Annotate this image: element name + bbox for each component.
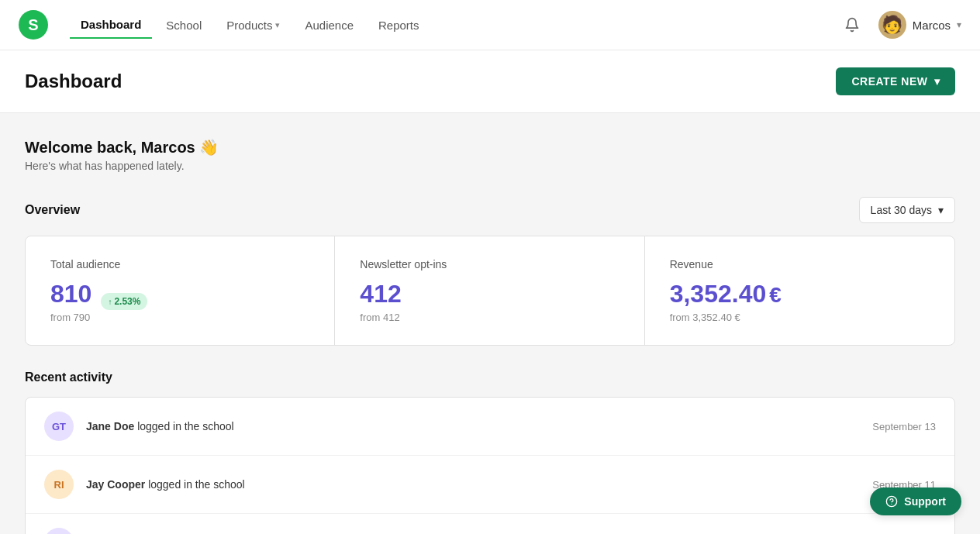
- avatar-gt-3: GT: [44, 528, 74, 534]
- avatar: 🧑: [878, 11, 906, 39]
- avatar-ri-2: RI: [44, 470, 74, 499]
- welcome-section: Welcome back, Marcos 👋 Here's what has h…: [25, 138, 955, 172]
- nav-right: 🧑 Marcos ▾: [838, 11, 961, 39]
- overview-header: Overview Last 30 days ▾: [25, 197, 955, 223]
- main-header: Dashboard CREATE NEW ▾: [0, 50, 980, 113]
- support-button[interactable]: Support: [870, 487, 961, 515]
- nav-dashboard[interactable]: Dashboard: [70, 12, 152, 39]
- create-new-button[interactable]: CREATE NEW ▾: [836, 67, 955, 95]
- user-chevron-icon: ▾: [957, 19, 961, 30]
- support-icon: [885, 495, 898, 508]
- period-chevron-icon: ▾: [938, 204, 944, 216]
- nav-links: Dashboard School Products ▾ Audience Rep…: [70, 12, 838, 39]
- page-title: Dashboard: [25, 71, 122, 92]
- navbar: S Dashboard School Products ▾ Audience R…: [0, 0, 980, 50]
- activity-item: GT Jane Doe logged in the school Septemb…: [26, 398, 954, 456]
- stat-newsletter: Newsletter opt-ins 412 from 412: [335, 236, 644, 345]
- stats-grid: Total audience 810 from 790 ↑ 2.53% News…: [25, 236, 955, 346]
- overview-title: Overview: [25, 203, 80, 217]
- welcome-subtitle: Here's what has happened lately.: [25, 160, 955, 172]
- nav-reports[interactable]: Reports: [368, 12, 430, 38]
- nav-school[interactable]: School: [155, 12, 212, 38]
- logo[interactable]: S: [19, 10, 48, 40]
- trend-up-icon: ↑: [108, 298, 112, 306]
- user-name: Marcos: [913, 19, 951, 32]
- nav-products[interactable]: Products ▾: [216, 12, 291, 38]
- products-chevron-icon: ▾: [275, 20, 280, 30]
- avatar-gt-1: GT: [44, 412, 74, 441]
- nav-audience[interactable]: Audience: [294, 12, 364, 38]
- audience-badge: ↑ 2.53%: [101, 293, 147, 310]
- activity-item: RI Jay Cooper logged in the school Septe…: [26, 456, 954, 514]
- activity-date-1: September 13: [872, 421, 936, 432]
- activity-text-1: Jane Doe logged in the school: [86, 420, 860, 432]
- revenue-value: 3,352.40 € from 3,352.40 €: [670, 280, 930, 323]
- recent-activity-title: Recent activity: [25, 370, 955, 384]
- create-new-chevron-icon: ▾: [934, 75, 940, 88]
- newsletter-value: 412 from 412: [360, 280, 619, 323]
- stat-revenue: Revenue 3,352.40 € from 3,352.40 €: [645, 236, 954, 345]
- user-menu[interactable]: 🧑 Marcos ▾: [878, 11, 961, 39]
- welcome-title: Welcome back, Marcos 👋: [25, 138, 955, 157]
- audience-value: 810 from 790: [50, 280, 91, 323]
- logo-letter: S: [28, 17, 38, 33]
- main-content: Welcome back, Marcos 👋 Here's what has h…: [0, 113, 980, 534]
- stat-total-audience: Total audience 810 from 790 ↑ 2.53%: [26, 236, 335, 345]
- period-select[interactable]: Last 30 days ▾: [859, 197, 955, 223]
- notification-bell-icon[interactable]: [838, 11, 866, 39]
- activity-text-2: Jay Cooper logged in the school: [86, 478, 860, 491]
- activity-list: GT Jane Doe logged in the school Septemb…: [25, 397, 955, 534]
- activity-item: GT Mary Jenner logged in the school Sept…: [26, 514, 954, 534]
